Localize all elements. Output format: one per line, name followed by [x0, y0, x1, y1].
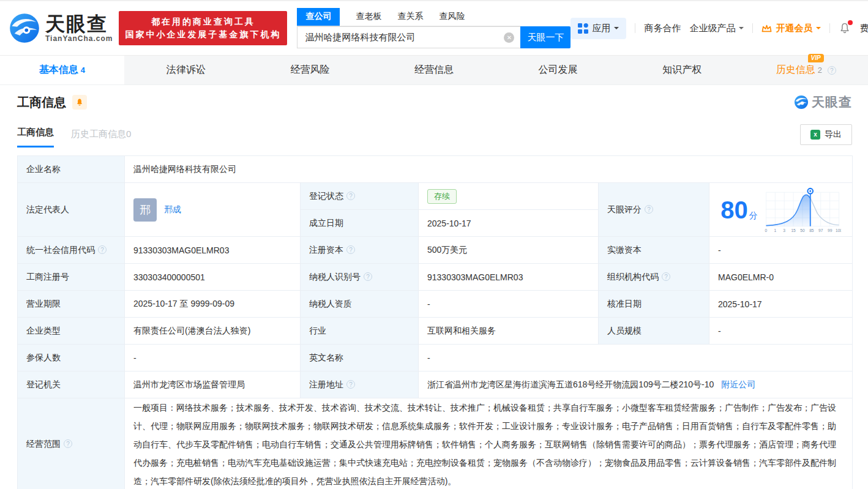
tab-intellectual-property[interactable]: 知识产权 — [620, 56, 744, 84]
nearby-companies-link[interactable]: 附近公司 — [721, 379, 755, 389]
tab-operating-info[interactable]: 经营信息 — [372, 56, 496, 84]
field-label: 注册地址 — [301, 371, 419, 398]
help-icon[interactable] — [346, 192, 355, 200]
subtab-history-business-info[interactable]: 历史工商信息0 — [71, 129, 131, 147]
search-input[interactable] — [297, 27, 520, 48]
apps-menu[interactable]: 应用 — [571, 18, 626, 39]
field-label: 登记机关 — [18, 371, 125, 398]
tab-basic-count: 4 — [81, 65, 85, 75]
search-area: 查公司 查老板 查关系 查风险 天眼一下 — [297, 8, 571, 48]
header: 天眼查 TianYanCha.com 都在用的商业查询工具 国家中小企业发展子基… — [0, 1, 868, 55]
user-menu[interactable]: 费米 — [859, 23, 868, 34]
field-label: 参保人数 — [18, 345, 125, 371]
company-type-value: 有限责任公司(港澳台法人独资) — [125, 318, 301, 345]
staff-size-value: - — [709, 318, 853, 345]
business-cooperation-link[interactable]: 商务合作 — [644, 23, 681, 34]
open-vip-menu[interactable]: 开通会员 — [761, 23, 821, 34]
search-tab-company[interactable]: 查公司 — [297, 8, 340, 26]
tab-legal-proceedings[interactable]: 法律诉讼 — [124, 56, 249, 84]
table-row: 企业名称 温州哈捷网络科技有限公司 — [18, 156, 853, 183]
enterprise-products-menu[interactable]: 企业级产品 — [689, 23, 744, 34]
field-label: 组织机构代码 — [599, 264, 709, 291]
tab-company-development[interactable]: 公司发展 — [496, 56, 620, 84]
company-tab-bar: 基本信息 4 法律诉讼 经营风险 经营信息 公司发展 知识产权 历史信息 VIP… — [0, 55, 868, 85]
search-tabs: 查公司 查老板 查关系 查风险 — [297, 8, 520, 26]
subscribe-bell-button[interactable] — [72, 95, 87, 110]
score-unit: 分 — [749, 211, 758, 220]
watermark-text: 天眼查 — [812, 94, 852, 111]
notifications-button[interactable] — [839, 22, 851, 34]
table-row: 法定代表人 邢 邢成 登记状态 存续 天眼评分 80分 — [18, 183, 853, 210]
field-label: 法定代表人 — [18, 183, 125, 237]
approval-date-value: 2025-10-17 — [709, 291, 853, 318]
bell-icon — [75, 98, 84, 106]
help-icon[interactable] — [645, 205, 653, 214]
slogan-line2: 国家中小企业发展子基金旗下机构 — [125, 28, 281, 41]
tianyancha-logo[interactable]: 天眼查 TianYanCha.com — [9, 12, 113, 44]
svg-text:99: 99 — [828, 228, 832, 232]
tianyancha-wave-icon — [794, 95, 809, 110]
svg-text:0: 0 — [765, 228, 767, 232]
help-icon[interactable] — [662, 272, 670, 281]
header-nav: 应用 商务合作 企业级产品 开通会员 — [571, 18, 868, 39]
svg-text:50: 50 — [800, 228, 805, 232]
field-label: 纳税人资质 — [301, 291, 419, 318]
divider — [829, 23, 830, 33]
svg-text:3: 3 — [783, 228, 785, 232]
field-label: 实缴资本 — [599, 237, 709, 264]
table-row: 经营范围 一般项目：网络技术服务；技术服务、技术开发、技术咨询、技术交流、技术转… — [18, 398, 853, 489]
help-icon[interactable] — [364, 272, 372, 281]
insured-count-value: - — [125, 345, 301, 371]
reg-number-value: 330303400000501 — [125, 264, 301, 291]
score-value: 80 — [720, 196, 748, 223]
status-badge: 存续 — [427, 189, 457, 204]
reg-address-value: 浙江省温州市龙湾区星海街道滨海五道618号经开物流园109号二楼210号-10 … — [419, 371, 853, 398]
field-label: 天眼评分 — [599, 183, 709, 237]
help-icon[interactable] — [98, 245, 107, 254]
credit-code-value: 91330303MAG0ELMR03 — [125, 237, 301, 264]
org-code-value: MAG0ELMR-0 — [709, 264, 853, 291]
field-label: 行业 — [301, 318, 419, 345]
field-label: 纳税人识别号 — [301, 264, 419, 291]
subtab-business-info[interactable]: 工商信息 — [17, 127, 54, 147]
svg-text:85: 85 — [809, 228, 814, 232]
help-icon[interactable] — [64, 439, 72, 448]
help-icon[interactable] — [346, 245, 355, 254]
apps-grid-icon — [578, 23, 588, 34]
svg-text:97: 97 — [818, 228, 823, 232]
paid-capital-value: - — [709, 237, 853, 264]
english-name-value: - — [419, 345, 853, 371]
tianyan-score-cell: 80分 — [709, 183, 853, 237]
chevron-down-icon — [739, 27, 744, 32]
business-term-value: 2025-10-17 至 9999-09-09 — [125, 291, 301, 318]
help-icon[interactable] — [828, 66, 836, 75]
tab-basic-info[interactable]: 基本信息 4 — [0, 56, 124, 84]
establish-date-value: 2025-10-17 — [419, 210, 599, 237]
search-box — [297, 26, 520, 48]
field-label: 营业期限 — [18, 291, 125, 318]
table-row: 营业期限 2025-10-17 至 9999-09-09 纳税人资质 - 核准日… — [18, 291, 853, 318]
vip-badge: VIP — [808, 54, 824, 62]
subtab-bar: 工商信息 历史工商信息0 导出 — [17, 127, 852, 147]
apps-label: 应用 — [592, 23, 610, 34]
search-tab-boss[interactable]: 查老板 — [356, 8, 381, 26]
score-distribution-chart: 0 1 3 15 50 85 97 99 100 — [764, 186, 841, 234]
open-vip-label: 开通会员 — [776, 23, 812, 34]
search-button[interactable]: 天眼一下 — [520, 26, 571, 48]
field-label: 成立日期 — [301, 210, 419, 237]
search-tab-risk[interactable]: 查风险 — [439, 8, 465, 26]
legal-rep-link[interactable]: 邢成 — [164, 204, 181, 215]
tab-operating-risk[interactable]: 经营风险 — [248, 56, 372, 84]
avatar[interactable]: 邢 — [133, 198, 157, 222]
export-label: 导出 — [825, 129, 842, 140]
tab-history-info[interactable]: 历史信息 VIP 2 — [744, 56, 868, 84]
notification-dot — [848, 20, 853, 25]
company-name-value: 温州哈捷网络科技有限公司 — [125, 156, 853, 183]
export-button[interactable]: 导出 — [800, 124, 852, 145]
username: 费米 — [859, 23, 868, 34]
svg-text:15: 15 — [791, 228, 796, 232]
help-icon[interactable] — [346, 380, 355, 389]
excel-icon — [810, 130, 820, 140]
brand-domain: TianYanCha.com — [45, 34, 113, 43]
search-tab-relation[interactable]: 查关系 — [397, 8, 423, 26]
